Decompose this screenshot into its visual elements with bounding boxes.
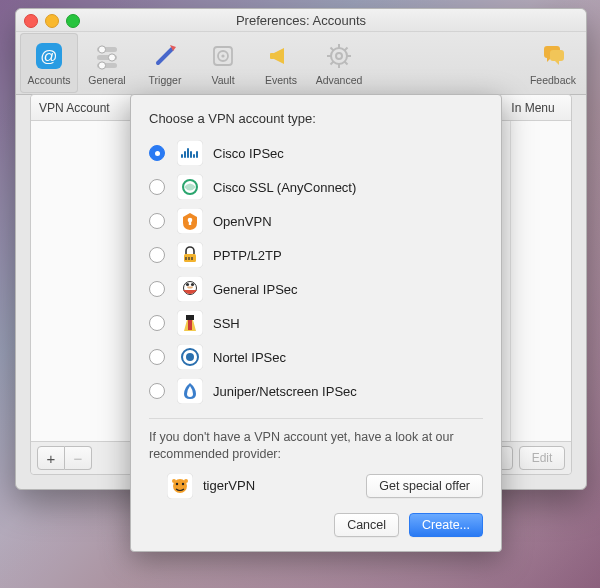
svg-point-66	[184, 479, 188, 483]
tab-label: Vault	[211, 74, 234, 86]
svg-point-3	[98, 45, 105, 52]
svg-point-5	[108, 53, 115, 60]
radio-icon	[149, 383, 165, 399]
nortel-icon	[177, 344, 203, 370]
divider	[149, 418, 483, 419]
provider-hint: If you don't have a VPN account yet, hav…	[149, 429, 483, 463]
svg-rect-12	[270, 53, 274, 59]
tab-events[interactable]: Events	[252, 33, 310, 93]
svg-point-53	[191, 283, 194, 286]
tab-label: Trigger	[149, 74, 182, 86]
svg-line-21	[331, 61, 334, 64]
ssh-icon	[177, 310, 203, 336]
radio-icon	[149, 315, 165, 331]
tab-vault[interactable]: Vault	[194, 33, 252, 93]
radio-icon	[149, 145, 165, 161]
megaphone-icon	[266, 41, 296, 71]
tab-advanced[interactable]: Advanced	[310, 33, 368, 93]
svg-point-65	[172, 479, 176, 483]
cisco-ipsec-icon	[177, 140, 203, 166]
tab-label: Advanced	[316, 74, 363, 86]
radio-icon	[149, 349, 165, 365]
create-button[interactable]: Create...	[409, 513, 483, 537]
svg-rect-44	[189, 221, 191, 225]
svg-point-7	[98, 61, 105, 68]
svg-rect-55	[186, 315, 194, 320]
column-header-in-menu[interactable]: In Menu	[495, 95, 571, 121]
tab-general[interactable]: General	[78, 33, 136, 93]
general-ipsec-icon	[177, 276, 203, 302]
tigervpn-icon	[167, 473, 193, 499]
tab-trigger[interactable]: Trigger	[136, 33, 194, 93]
svg-point-11	[221, 54, 224, 57]
svg-point-64	[182, 483, 184, 485]
radio-icon	[149, 281, 165, 297]
juniper-icon	[177, 378, 203, 404]
svg-line-19	[331, 47, 334, 50]
sheet-title: Choose a VPN account type:	[149, 111, 483, 126]
vpn-type-sheet: Choose a VPN account type: Cisco IPSec C…	[130, 94, 502, 552]
radio-icon	[149, 247, 165, 263]
vpn-option-nortel-ipsec[interactable]: Nortel IPSec	[149, 340, 483, 374]
gear-icon	[324, 41, 354, 71]
cisco-ssl-icon	[177, 174, 203, 200]
traffic-lights	[24, 14, 80, 28]
window-title: Preferences: Accounts	[236, 13, 366, 28]
vpn-option-cisco-ipsec[interactable]: Cisco IPSec	[149, 136, 483, 170]
tab-label: General	[88, 74, 125, 86]
tab-label: Accounts	[27, 74, 70, 86]
provider-name: tigerVPN	[203, 478, 255, 493]
vpn-option-pptp-l2tp[interactable]: PPTP/L2TP	[149, 238, 483, 272]
svg-line-8	[158, 49, 172, 63]
toolbar: @ Accounts General Trigger Vault	[16, 32, 586, 95]
svg-line-22	[345, 47, 348, 50]
openvpn-icon	[177, 208, 203, 234]
svg-point-14	[336, 53, 342, 59]
svg-point-59	[186, 353, 194, 361]
chat-icon	[538, 41, 568, 71]
radio-icon	[149, 179, 165, 195]
tab-label: Events	[265, 74, 297, 86]
vpn-option-openvpn[interactable]: OpenVPN	[149, 204, 483, 238]
feedback-label: Feedback	[530, 74, 576, 86]
switches-icon	[92, 41, 122, 71]
svg-text:@: @	[40, 47, 57, 66]
button-row: Cancel Create...	[149, 513, 483, 537]
zoom-window-button[interactable]	[66, 14, 80, 28]
feedback-button[interactable]: Feedback	[524, 33, 582, 93]
get-special-offer-button[interactable]: Get special offer	[366, 474, 483, 498]
radio-icon	[149, 213, 165, 229]
remove-button[interactable]: −	[65, 446, 92, 470]
minimize-window-button[interactable]	[45, 14, 59, 28]
vpn-option-juniper-ipsec[interactable]: Juniper/Netscreen IPSec	[149, 374, 483, 408]
add-button[interactable]: +	[37, 446, 65, 470]
vpn-option-general-ipsec[interactable]: General IPSec	[149, 272, 483, 306]
provider-row: tigerVPN Get special offer	[149, 473, 483, 499]
pptp-icon	[177, 242, 203, 268]
wand-icon	[150, 41, 180, 71]
svg-point-52	[186, 283, 189, 286]
vault-icon	[208, 41, 238, 71]
cancel-button[interactable]: Cancel	[334, 513, 399, 537]
at-icon: @	[34, 41, 64, 71]
svg-line-20	[345, 61, 348, 64]
edit-button[interactable]: Edit	[519, 446, 565, 470]
close-window-button[interactable]	[24, 14, 38, 28]
tab-accounts[interactable]: @ Accounts	[20, 33, 78, 93]
svg-rect-56	[188, 320, 192, 330]
vpn-option-ssh[interactable]: SSH	[149, 306, 483, 340]
vpn-option-cisco-ssl[interactable]: Cisco SSL (AnyConnect)	[149, 170, 483, 204]
svg-point-63	[176, 483, 178, 485]
title-bar: Preferences: Accounts	[16, 9, 586, 32]
